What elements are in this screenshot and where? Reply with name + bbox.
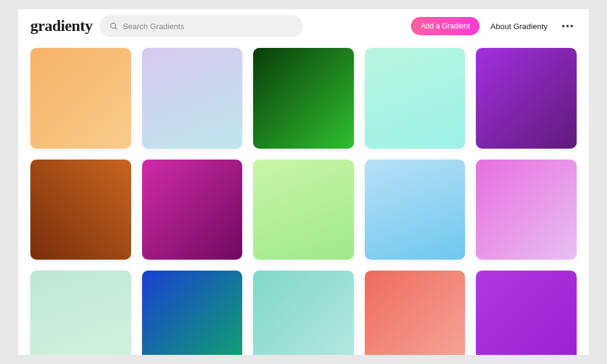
search-input[interactable] <box>123 22 293 31</box>
gradient-grid <box>18 43 589 355</box>
header: gradienty Add a Gradient About Gradienty <box>18 9 589 43</box>
more-menu-button[interactable] <box>558 21 577 31</box>
gradient-swatch-mint-aqua[interactable] <box>365 48 466 149</box>
gradient-swatch-violet-plum[interactable] <box>476 48 577 149</box>
svg-line-1 <box>115 28 117 30</box>
gradient-swatch-aqua-mist[interactable] <box>253 271 354 355</box>
gradient-swatch-forest-lime[interactable] <box>253 48 354 149</box>
gradient-swatch-magenta-plum[interactable] <box>142 160 243 260</box>
dot-icon <box>566 25 569 27</box>
gradient-swatch-soft-lime[interactable] <box>253 160 354 260</box>
gradient-swatch-seafoam[interactable] <box>30 271 131 355</box>
gradient-swatch-pink-lilac[interactable] <box>476 160 577 260</box>
gradient-swatch-sky-blue[interactable] <box>365 160 466 260</box>
gradient-swatch-royal-emerald[interactable] <box>142 271 243 355</box>
gradient-swatch-lavender-ice[interactable] <box>142 48 243 149</box>
svg-point-0 <box>111 23 116 28</box>
gradient-swatch-rust-copper[interactable] <box>30 160 131 260</box>
dot-icon <box>571 25 573 27</box>
app-frame: gradienty Add a Gradient About Gradienty <box>18 9 589 355</box>
search-container[interactable] <box>100 15 303 37</box>
gradient-swatch-electric-purple[interactable] <box>476 271 577 355</box>
gradient-swatch-coral-blush[interactable] <box>365 271 466 355</box>
search-icon <box>109 22 118 30</box>
add-gradient-button[interactable]: Add a Gradient <box>411 17 480 35</box>
gradient-swatch-orange-peach[interactable] <box>30 48 131 149</box>
about-link[interactable]: About Gradienty <box>487 22 551 31</box>
dot-icon <box>562 25 565 27</box>
logo[interactable]: gradienty <box>30 17 92 35</box>
